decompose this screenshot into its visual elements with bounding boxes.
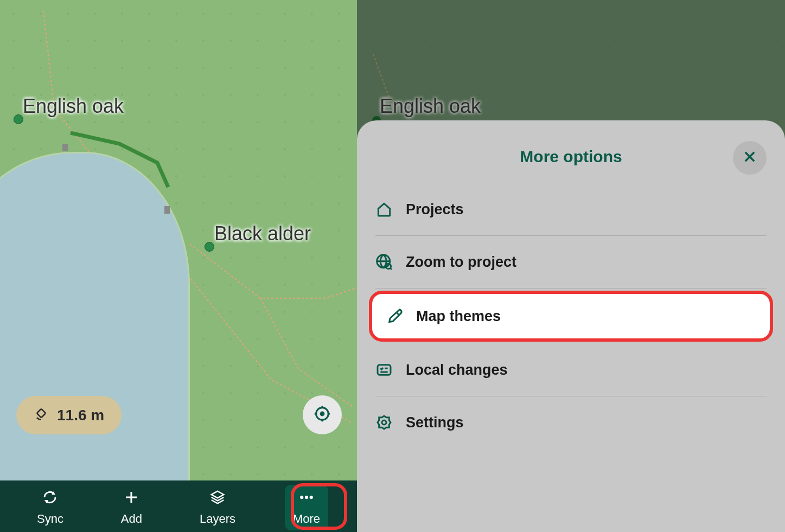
crosshair-icon bbox=[313, 405, 331, 425]
svg-point-4 bbox=[305, 496, 308, 499]
map-view-right: English oak More options Projects bbox=[357, 0, 785, 532]
menu-local-label: Local changes bbox=[406, 362, 508, 379]
menu-settings[interactable]: Settings bbox=[375, 396, 767, 448]
point-black-alder[interactable] bbox=[205, 242, 214, 252]
plus-icon bbox=[123, 489, 139, 509]
satellite-icon bbox=[34, 406, 49, 425]
menu-zoom-label: Zoom to project bbox=[406, 254, 516, 271]
nav-layers[interactable]: Layers bbox=[192, 485, 244, 530]
svg-point-9 bbox=[382, 420, 386, 425]
point-english-oak[interactable] bbox=[14, 114, 23, 124]
close-button[interactable] bbox=[733, 141, 767, 175]
svg-point-3 bbox=[300, 496, 303, 499]
nav-sync-label: Sync bbox=[37, 512, 63, 526]
menu-local-changes[interactable]: Local changes bbox=[375, 344, 767, 396]
nav-add-label: Add bbox=[121, 512, 142, 526]
svg-rect-0 bbox=[37, 409, 46, 418]
nav-sync[interactable]: Sync bbox=[29, 485, 72, 530]
menu-settings-label: Settings bbox=[406, 414, 464, 431]
bottom-navigation: Sync Add Layers bbox=[0, 480, 357, 532]
menu-projects[interactable]: Projects bbox=[375, 183, 767, 236]
more-options-panel: More options Projects bbox=[357, 120, 785, 532]
label-black-alder: Black alder bbox=[214, 222, 311, 245]
small-marker-1 bbox=[62, 144, 68, 151]
close-icon bbox=[742, 149, 757, 166]
sync-icon bbox=[42, 489, 58, 509]
distance-indicator[interactable]: 11.6 m bbox=[16, 396, 122, 434]
nav-add[interactable]: Add bbox=[113, 485, 150, 530]
small-marker-2 bbox=[164, 206, 170, 214]
svg-point-5 bbox=[310, 496, 313, 499]
svg-rect-8 bbox=[378, 365, 391, 375]
menu-themes-label: Map themes bbox=[416, 308, 501, 325]
distance-value: 11.6 m bbox=[57, 407, 104, 424]
menu-list: Projects Zoom to project bbox=[375, 183, 767, 448]
panel-title: More options bbox=[520, 148, 622, 166]
globe-search-icon bbox=[375, 253, 393, 271]
water-body bbox=[0, 152, 190, 531]
layers-icon bbox=[209, 489, 226, 509]
menu-map-themes[interactable]: Map themes bbox=[372, 294, 770, 338]
locate-button[interactable] bbox=[303, 395, 342, 434]
map-view-left: English oak Black alder 11.6 m bbox=[0, 0, 357, 532]
svg-point-2 bbox=[321, 412, 324, 415]
home-icon bbox=[375, 201, 393, 218]
map-background[interactable]: English oak Black alder bbox=[0, 0, 357, 532]
nav-more[interactable]: More bbox=[285, 485, 328, 530]
panel-header: More options bbox=[375, 137, 767, 183]
gear-icon bbox=[375, 414, 393, 431]
menu-zoom[interactable]: Zoom to project bbox=[375, 236, 767, 289]
list-check-icon bbox=[375, 361, 393, 379]
brush-icon bbox=[386, 307, 403, 325]
more-dots-icon bbox=[298, 489, 315, 509]
label-english-oak: English oak bbox=[23, 95, 124, 118]
nav-layers-label: Layers bbox=[200, 512, 235, 526]
nav-more-label: More bbox=[293, 512, 320, 526]
menu-projects-label: Projects bbox=[406, 201, 464, 218]
